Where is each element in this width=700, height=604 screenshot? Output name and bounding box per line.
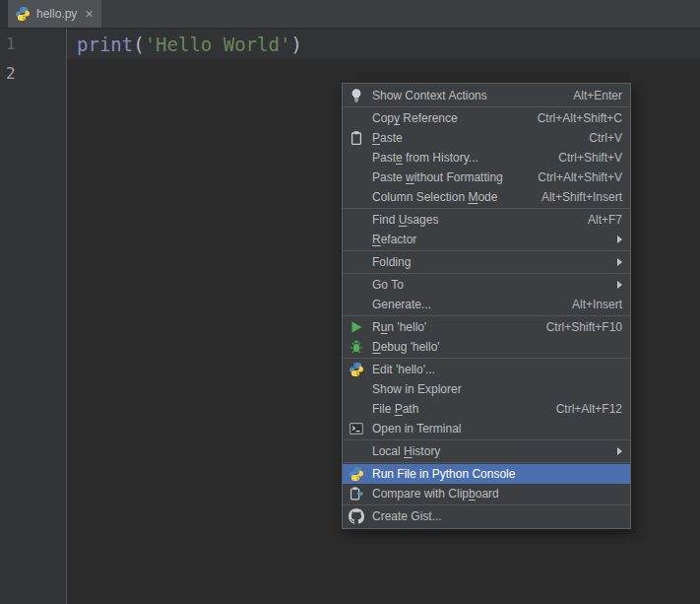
icon-placeholder [349,254,366,270]
code-token-string: 'Hello World' [145,34,291,55]
icon-placeholder [349,381,366,397]
menu-item-paste-without-formatting[interactable]: Paste without FormattingCtrl+Alt+Shift+V [343,168,630,187]
icon-placeholder [349,150,366,166]
tab-hello-py[interactable]: hello.py × [8,0,101,28]
python-logo-icon [349,362,366,377]
menu-item-run-file-in-python-console[interactable]: Run File in Python Console [343,464,630,484]
menu-item-label: Paste from History... [372,151,478,165]
menu-separator [343,250,630,251]
submenu-arrow-icon [617,258,622,266]
menu-item-open-in-terminal[interactable]: Open in Terminal [343,419,630,438]
menu-separator [343,208,630,209]
menu-separator [343,358,630,359]
menu-item-label: Paste [372,131,403,145]
menu-item-label: Edit 'hello'... [372,363,435,376]
icon-placeholder [349,169,366,185]
lightbulb-icon [349,88,366,103]
menu-item-debug-hello[interactable]: Debug 'hello' [343,337,630,357]
menu-item-shortcut: Alt+Enter [573,89,622,102]
menu-item-shortcut: Ctrl+Alt+Shift+V [538,170,622,184]
submenu-arrow-icon [617,235,622,243]
menu-item-find-usages[interactable]: Find UsagesAlt+F7 [343,210,630,230]
menu-item-shortcut: Ctrl+Shift+F10 [546,320,622,334]
menu-item-generate[interactable]: Generate...Alt+Insert [343,295,630,314]
menu-item-local-history[interactable]: Local History [343,441,630,461]
menu-item-label: Create Gist... [372,509,442,523]
menu-item-label: Refactor [372,233,416,246]
menu-item-edit-hello[interactable]: Edit 'hello'... [343,360,630,379]
menu-item-paste-from-history[interactable]: Paste from History...Ctrl+Shift+V [343,148,630,168]
line-number-2: 2 [0,59,66,89]
paste-icon [349,130,366,146]
menu-item-refactor[interactable]: Refactor [343,230,630,249]
icon-placeholder [349,110,366,126]
terminal-icon [349,421,366,436]
menu-item-label: Show in Explorer [372,382,462,396]
menu-item-shortcut: Alt+Insert [572,298,622,311]
icon-placeholder [349,277,366,293]
submenu-arrow-icon [617,281,622,289]
menu-item-compare-with-clipboard[interactable]: Compare with Clipboard [343,484,630,503]
menu-item-label: Column Selection Mode [372,190,497,204]
submenu-arrow-icon [617,447,622,455]
menu-separator [343,106,630,107]
menu-item-label: Run File in Python Console [372,467,515,481]
icon-placeholder [349,297,366,312]
menu-item-label: File Path [372,402,418,416]
menu-item-file-path[interactable]: File PathCtrl+Alt+F12 [343,399,630,419]
menu-item-shortcut: Ctrl+Shift+V [558,151,622,165]
editor-context-menu: Show Context ActionsAlt+EnterCopy Refere… [342,83,631,529]
code-token-paren: ( [133,34,144,55]
menu-item-label: Run 'hello' [372,320,426,334]
menu-item-label: Compare with Clipboard [372,487,499,501]
tab-close-icon[interactable]: × [85,7,93,21]
menu-separator [343,273,630,274]
code-line-1[interactable]: print('Hello World') [67,30,700,59]
tab-label: hello.py [36,7,77,21]
menu-item-label: Show Context Actions [372,89,487,102]
icon-placeholder [349,212,366,228]
menu-item-copy-reference[interactable]: Copy ReferenceCtrl+Alt+Shift+C [343,108,630,128]
python-file-icon [15,6,31,22]
icon-placeholder [349,443,366,459]
menu-item-label: Paste without Formatting [372,170,503,184]
menu-item-show-in-explorer[interactable]: Show in Explorer [343,379,630,399]
compare-clipboard-icon [349,486,366,502]
menu-item-label: Open in Terminal [372,422,462,436]
menu-item-label: Go To [372,278,404,292]
menu-item-label: Generate... [372,298,431,311]
menu-item-label: Debug 'hello' [372,340,440,354]
icon-placeholder [349,232,366,247]
menu-item-go-to[interactable]: Go To [343,275,630,295]
menu-separator [343,462,630,463]
menu-item-show-context-actions[interactable]: Show Context ActionsAlt+Enter [343,86,630,105]
menu-separator [343,315,630,316]
editor-gutter: 1 2 [0,29,67,604]
icon-placeholder [349,401,366,417]
line-number-1: 1 [0,30,66,59]
menu-separator [343,504,630,505]
menu-item-label: Folding [372,255,411,269]
debug-icon [349,339,366,355]
github-icon [349,508,366,524]
menu-item-paste[interactable]: PasteCtrl+V [343,128,630,148]
menu-item-create-gist[interactable]: Create Gist... [343,506,630,526]
menu-item-shortcut: Alt+Shift+Insert [541,190,622,204]
menu-item-shortcut: Alt+F7 [588,213,622,227]
pycharm-window: hello.py × 1 2 print('Hello World') Show… [0,0,700,604]
menu-item-shortcut: Ctrl+Alt+Shift+C [538,111,622,125]
tab-bar-left-edge [0,0,8,28]
editor-tab-bar: hello.py × [0,0,700,29]
menu-item-label: Local History [372,444,440,458]
code-token-builtin: print [77,34,133,55]
icon-placeholder [349,189,366,205]
menu-separator [343,439,630,440]
run-icon [349,319,366,335]
menu-item-label: Copy Reference [372,111,458,125]
menu-item-column-selection-mode[interactable]: Column Selection ModeAlt+Shift+Insert [343,187,630,207]
menu-item-run-hello[interactable]: Run 'hello'Ctrl+Shift+F10 [343,317,630,337]
menu-item-folding[interactable]: Folding [343,252,630,272]
code-token-paren: ) [290,34,301,55]
menu-item-label: Find Usages [372,213,438,227]
menu-item-shortcut: Ctrl+Alt+F12 [556,402,622,416]
